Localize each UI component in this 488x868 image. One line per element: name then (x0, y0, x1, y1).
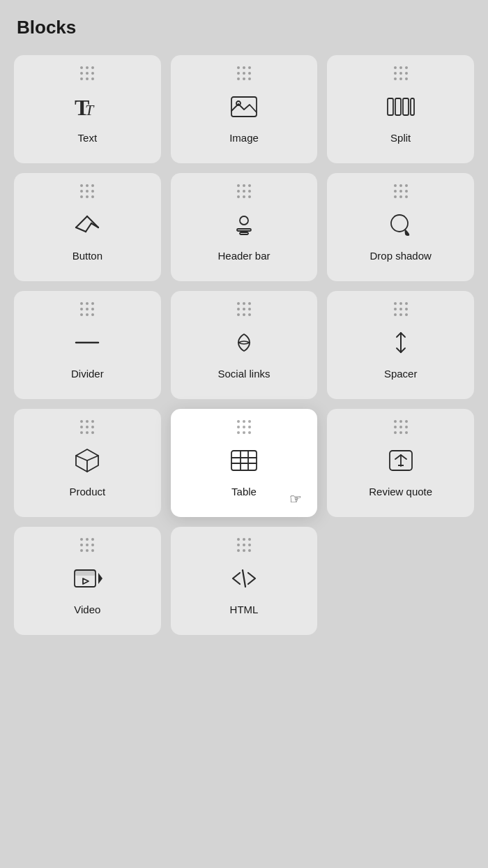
image-label: Image (229, 132, 259, 144)
drag-handle (80, 420, 94, 434)
button-icon (69, 207, 105, 243)
block-card-review-quote[interactable]: Review quote (327, 409, 474, 517)
svg-point-16 (391, 215, 408, 232)
video-icon (69, 560, 105, 597)
table-label: Table (231, 486, 257, 497)
drag-handle (237, 302, 251, 316)
image-icon (226, 89, 262, 125)
header-bar-icon (226, 207, 262, 243)
blocks-grid: TTTextImage SplitButtonHeader barDrop sh… (14, 55, 474, 635)
svg-rect-4 (388, 98, 393, 115)
svg-rect-7 (411, 98, 414, 115)
svg-line-8 (76, 216, 87, 227)
header-bar-label: Header bar (218, 250, 270, 262)
drag-handle (394, 302, 408, 316)
block-card-button[interactable]: Button (14, 173, 161, 281)
block-card-video[interactable]: Video (14, 527, 161, 635)
block-card-text[interactable]: TTText (14, 55, 161, 163)
review-quote-icon (383, 442, 419, 479)
svg-line-20 (87, 456, 98, 461)
svg-line-35 (243, 570, 245, 587)
block-card-drop-shadow[interactable]: Drop shadow (327, 173, 474, 281)
social-links-icon (226, 324, 262, 361)
block-card-image[interactable]: Image (171, 55, 318, 163)
video-label: Video (74, 604, 100, 615)
divider-label: Divider (71, 368, 104, 380)
block-card-table[interactable]: Table☞ (171, 409, 318, 517)
block-card-social-links[interactable]: Social links (171, 291, 318, 399)
svg-rect-33 (75, 570, 96, 576)
drop-shadow-label: Drop shadow (369, 250, 431, 262)
svg-line-21 (76, 456, 87, 461)
text-label: Text (78, 132, 98, 144)
svg-rect-14 (237, 229, 251, 231)
drag-handle (237, 538, 251, 552)
drag-handle (80, 302, 94, 316)
svg-rect-15 (240, 232, 248, 234)
drag-handle (237, 420, 251, 434)
html-icon (226, 560, 262, 597)
block-card-header-bar[interactable]: Header bar (171, 173, 318, 281)
svg-marker-32 (98, 573, 102, 584)
svg-marker-28 (397, 470, 401, 476)
drag-handle (394, 66, 408, 80)
drag-handle (237, 66, 251, 80)
text-icon: TT (69, 89, 105, 125)
spacer-icon (383, 324, 419, 361)
block-card-divider[interactable]: Divider (14, 291, 161, 399)
pointer-cursor: ☞ (289, 491, 302, 507)
block-card-spacer[interactable]: Spacer (327, 291, 474, 399)
block-card-split[interactable]: Split (327, 55, 474, 163)
drag-handle (237, 184, 251, 198)
page-title: Blocks (14, 17, 474, 38)
svg-marker-34 (83, 578, 89, 584)
drag-handle (394, 184, 408, 198)
product-icon (69, 442, 105, 479)
svg-rect-22 (231, 451, 257, 470)
split-label: Split (390, 132, 411, 144)
product-label: Product (69, 486, 105, 497)
social-links-label: Social links (218, 368, 270, 380)
table-icon (226, 442, 262, 479)
drag-handle (80, 538, 94, 552)
button-label: Button (73, 250, 102, 262)
block-card-product[interactable]: Product (14, 409, 161, 517)
drop-shadow-icon (383, 207, 419, 243)
svg-point-13 (240, 216, 248, 225)
spacer-label: Spacer (384, 368, 418, 380)
divider-icon (69, 324, 105, 361)
drag-handle (80, 66, 94, 80)
review-quote-label: Review quote (369, 486, 432, 497)
split-icon (383, 89, 419, 125)
svg-rect-6 (403, 98, 409, 115)
html-label: HTML (230, 604, 259, 615)
svg-line-9 (76, 227, 86, 232)
drag-handle (394, 420, 408, 434)
svg-text:T: T (85, 101, 95, 119)
svg-line-10 (86, 223, 91, 232)
svg-rect-30 (398, 465, 404, 466)
svg-rect-5 (395, 98, 401, 115)
drag-handle (80, 184, 94, 198)
block-card-html[interactable]: HTML (171, 527, 318, 635)
